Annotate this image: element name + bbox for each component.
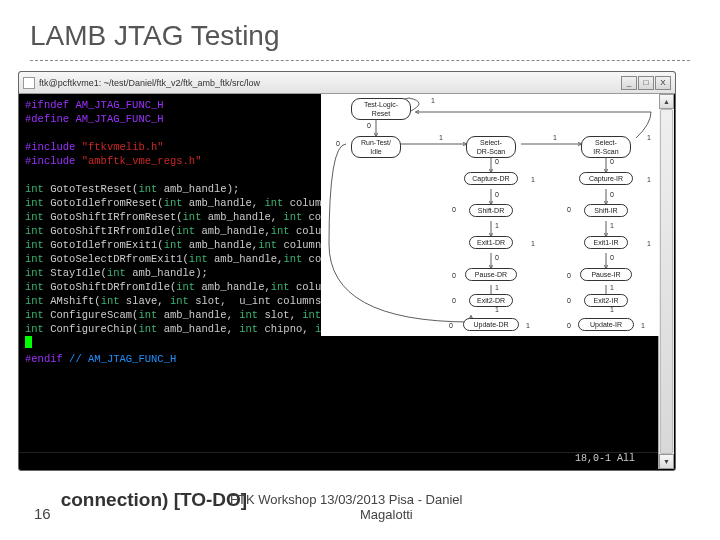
window-title: ftk@pcftkvme1: ~/test/Daniel/ftk_v2/ftk_… [39,78,621,88]
code-line: int [258,239,277,251]
edge-1: 1 [495,306,499,313]
code-line: GotoSelectDRfromExit1( [44,253,189,265]
code-line: int [239,323,258,335]
code-line: amb_handle, [157,323,239,335]
edge-0: 0 [610,191,614,198]
maximize-button[interactable]: □ [638,76,654,90]
code-line: int [271,225,290,237]
scrollbar-thumb[interactable] [660,109,673,454]
code-line: amb_handle, [183,239,259,251]
code-line: slave, [120,295,170,307]
code-line: int [25,267,44,279]
code-line: #ifndef AM_JTAG_FUNC_H [25,99,164,111]
code-line: int [164,239,183,251]
page-number: 16 [34,505,51,522]
state-sir: Select-IR-Scan [581,136,631,158]
edge-0: 0 [610,158,614,165]
state-uir: Update-IR [578,318,634,331]
code-line: int [176,281,195,293]
edge-0: 0 [495,158,499,165]
state-e1ir: Exit1-IR [584,236,628,249]
code-line: amb_handle, [208,253,284,265]
edge-0: 0 [567,272,571,279]
state-tlr: Test-Logic-Reset [351,98,411,120]
code-line: int [25,225,44,237]
code-line: int [25,239,44,251]
edge-1: 1 [610,222,614,229]
state-sfdr: Shift-DR [469,204,513,217]
code-line: GotoShiftDRfromIdle( [44,281,176,293]
code-line: amb_handle, [157,309,239,321]
code-line: // AM_JTAG_FUNC_H [63,353,176,365]
edge-1: 1 [495,284,499,291]
fragment-text: connection) [TO-DO] [61,489,247,511]
state-e2ir: Exit2-IR [584,294,628,307]
code-line: int [176,225,195,237]
titlebar: ftk@pcftkvme1: ~/test/Daniel/ftk_v2/ftk_… [19,72,675,94]
code-line: AMshift( [44,295,101,307]
edge-0: 0 [449,322,453,329]
edge-0: 0 [367,122,371,129]
close-button[interactable]: X [655,76,671,90]
code-line: StayIdle( [44,267,107,279]
edge-1: 1 [610,306,614,313]
title-separator [30,60,690,61]
code-line: ConfigureScam( [44,309,139,321]
state-e1dr: Exit1-DR [469,236,513,249]
edge-0: 0 [452,272,456,279]
edge-1: 1 [610,284,614,291]
code-line: int [283,253,302,265]
code-line: int [138,309,157,321]
edge-0: 0 [495,254,499,261]
code-line: int [107,267,126,279]
code-line: int [25,211,44,223]
code-line: "ftkvmelib.h" [82,141,164,153]
state-sdr: Select-DR-Scan [466,136,516,158]
edge-0: 0 [495,191,499,198]
code-line: int [264,197,283,209]
cursor [25,336,32,348]
code-line: chipno, [258,323,315,335]
code-line: amb_handle, [195,281,271,293]
code-line: GotoShiftIRfromIdle( [44,225,176,237]
code-line: int [138,323,157,335]
scroll-down-icon[interactable]: ▼ [659,454,674,469]
code-line: "ambftk_vme_regs.h" [82,155,202,167]
code-line: int [25,183,44,195]
scrollbar[interactable]: ▲ ▼ [658,94,674,469]
scroll-up-icon[interactable]: ▲ [659,94,674,109]
code-line: #endif [25,353,63,365]
code-line: GotoIdlefromExit1( [44,239,164,251]
terminal-window: ftk@pcftkvme1: ~/test/Daniel/ftk_v2/ftk_… [18,71,676,471]
code-line: amb_handle); [157,183,239,195]
edge-0: 0 [610,254,614,261]
code-line: int [25,323,44,335]
code-line: amb_handle); [126,267,208,279]
code-line: int [25,197,44,209]
scrollbar-track[interactable] [659,109,674,454]
state-pir: Pause-IR [580,268,632,281]
code-line: #include [25,141,82,153]
minimize-button[interactable]: _ [621,76,637,90]
edge-0: 0 [336,140,340,147]
edge-0: 0 [567,297,571,304]
code-line: amb_handle, [201,211,283,223]
edge-1: 1 [495,222,499,229]
state-rti: Run-Test/Idle [351,136,401,158]
edge-0: 0 [452,297,456,304]
credit-line: FTK Workshop 13/03/2013 Pisa - Daniel [230,492,462,507]
edge-1: 1 [647,240,651,247]
code-line: GotoShiftIRfromReset( [44,211,183,223]
code-line: amb_handle, [183,197,265,209]
state-e2dr: Exit2-DR [469,294,513,307]
code-line: #include [25,155,82,167]
edge-1: 1 [641,322,645,329]
code-line: int [101,295,120,307]
code-line: int [25,295,44,307]
slide-credit: FTK Workshop 13/03/2013 Pisa - Daniel Ma… [230,492,462,522]
code-line: #define AM_JTAG_FUNC_H [25,113,164,125]
state-pdr: Pause-DR [465,268,517,281]
edge-1: 1 [431,97,435,104]
jtag-state-diagram: Test-Logic-Reset Run-Test/Idle Select-DR… [321,94,659,336]
code-line: int [183,211,202,223]
